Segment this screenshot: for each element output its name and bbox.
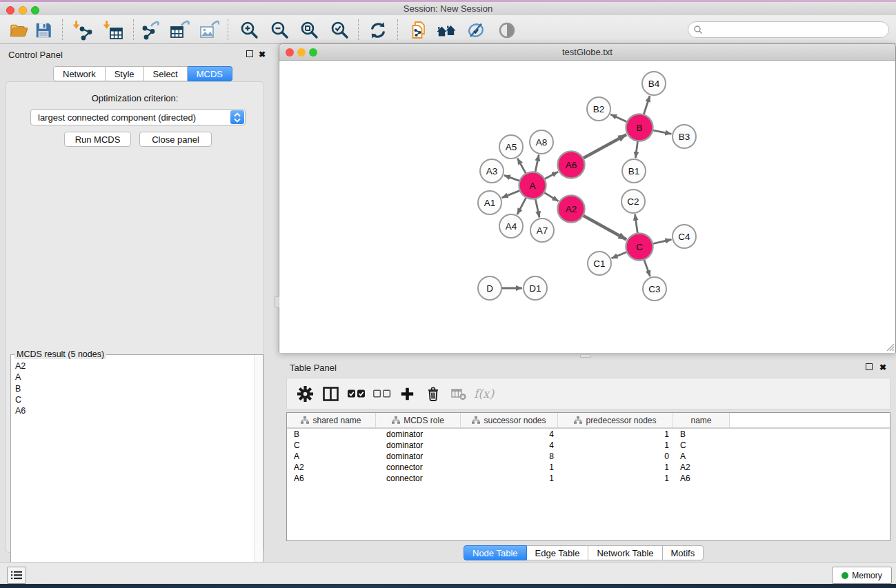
unchecked-boxes-icon xyxy=(373,389,391,398)
horizontal-splitter-handle[interactable] xyxy=(580,354,591,358)
table-row[interactable]: Adominator80A xyxy=(287,451,890,462)
table-row[interactable]: Cdominator41C xyxy=(287,440,890,451)
memory-label: Memory xyxy=(852,571,882,580)
open-file-button[interactable] xyxy=(7,19,30,42)
memory-button[interactable]: Memory xyxy=(832,567,892,584)
checked-boxes-icon xyxy=(348,389,366,398)
table-cell: 1 xyxy=(558,474,673,483)
float-panel-icon[interactable] xyxy=(246,50,253,57)
zoom-in-button[interactable] xyxy=(237,19,261,42)
export-image-button[interactable] xyxy=(197,19,221,42)
refresh-layout-button[interactable] xyxy=(366,19,390,42)
trash-icon xyxy=(425,385,441,403)
node-table: shared name MCDS role successor nodes pr… xyxy=(286,412,890,541)
zoom-fit-button[interactable] xyxy=(297,19,321,42)
deselect-all-rows-button[interactable] xyxy=(369,382,395,405)
node-label-A7: A7 xyxy=(537,225,548,236)
result-scrollbar[interactable] xyxy=(254,355,263,586)
result-item[interactable]: A6 xyxy=(12,405,253,416)
vertical-splitter-handle[interactable] xyxy=(275,296,279,307)
table-cell: dominator xyxy=(376,452,461,461)
table-cell: B xyxy=(287,429,376,439)
table-row[interactable]: Bdominator41B xyxy=(287,429,890,440)
close-panel-icon[interactable]: ✖ xyxy=(259,50,266,59)
app-titlebar: Session: New Session xyxy=(0,2,896,15)
column-header-shared-name[interactable]: shared name xyxy=(287,413,376,427)
export-network-button[interactable] xyxy=(139,19,162,42)
dropdown-value: largest connected component (directed) xyxy=(31,112,230,123)
search-input[interactable] xyxy=(703,23,888,36)
network-canvas[interactable]: AA1A2A3A4A5A6A7A8BB1B2B3B4CC1C2C3C4DD1 xyxy=(279,61,895,353)
delete-table-button xyxy=(446,382,471,405)
result-item[interactable]: A xyxy=(12,372,253,383)
table-cell: 8 xyxy=(461,452,558,461)
table-cell: A xyxy=(673,452,730,461)
close-panel-button[interactable]: Close panel xyxy=(139,132,212,147)
node-label-C: C xyxy=(636,242,643,252)
dropdown-stepper-icon xyxy=(230,110,244,124)
home-view-button[interactable] xyxy=(435,19,458,42)
table-settings-button[interactable] xyxy=(292,382,318,405)
task-history-button[interactable] xyxy=(7,567,26,584)
toggle-graphics-button[interactable] xyxy=(464,19,488,42)
show-columns-button[interactable] xyxy=(318,382,344,405)
create-column-button[interactable] xyxy=(395,382,420,405)
duplicate-network-button[interactable] xyxy=(407,19,430,42)
table-cell: C xyxy=(287,440,376,450)
tab-network-table[interactable]: Network Table xyxy=(588,545,662,560)
zoom-selected-button[interactable] xyxy=(328,19,351,42)
table-row[interactable]: A6connector11A6 xyxy=(287,473,890,484)
node-label-B1: B1 xyxy=(628,166,640,176)
save-session-button[interactable] xyxy=(32,19,55,42)
mcds-result-title: MCDS result (5 nodes) xyxy=(14,349,106,359)
eye-icon xyxy=(497,20,517,41)
float-table-panel-icon[interactable] xyxy=(866,363,873,370)
tab-motifs[interactable]: Motifs xyxy=(663,545,704,560)
eye-button[interactable] xyxy=(495,19,519,42)
column-header-mcds-role[interactable]: MCDS role xyxy=(376,413,461,427)
zoom-selected-icon xyxy=(329,20,350,41)
select-all-rows-button[interactable] xyxy=(344,382,369,405)
import-network-icon xyxy=(72,20,93,41)
export-table-button[interactable] xyxy=(168,19,191,42)
result-item[interactable]: C xyxy=(12,394,253,405)
main-toolbar xyxy=(0,15,896,44)
table-cell: 1 xyxy=(461,474,558,483)
tab-mcds[interactable]: MCDS xyxy=(188,66,232,81)
node-label-A3: A3 xyxy=(486,166,498,176)
tab-node-table[interactable]: Node Table xyxy=(464,545,527,560)
table-cell: 1 xyxy=(558,429,673,439)
tab-edge-table[interactable]: Edge Table xyxy=(527,545,589,560)
run-mcds-button[interactable]: Run MCDS xyxy=(64,132,131,147)
tab-network[interactable]: Network xyxy=(53,66,106,81)
node-label-A6: A6 xyxy=(566,160,577,170)
column-header-predecessor-nodes[interactable]: predecessor nodes xyxy=(558,413,673,427)
toolbar-separator xyxy=(358,19,359,40)
column-header-successor-nodes[interactable]: successor nodes xyxy=(461,413,558,427)
result-item[interactable]: B xyxy=(12,383,253,394)
zoom-out-button[interactable] xyxy=(268,19,291,42)
table-cell: A6 xyxy=(287,474,376,483)
window-resize-grip[interactable] xyxy=(885,342,895,352)
column-header-name[interactable]: name xyxy=(673,413,730,427)
optimization-dropdown[interactable]: largest connected component (directed) xyxy=(30,109,246,125)
control-panel-tabs: Network Style Select MCDS xyxy=(53,66,232,81)
toolbar-separator xyxy=(133,19,134,40)
list-icon xyxy=(11,571,22,580)
node-label-A4: A4 xyxy=(506,221,517,232)
close-table-panel-icon[interactable]: ✖ xyxy=(879,363,886,372)
table-cell: A xyxy=(287,452,376,461)
table-cell: C xyxy=(673,440,730,450)
result-item[interactable]: A2 xyxy=(12,361,253,372)
import-network-button[interactable] xyxy=(71,19,94,42)
import-table-button[interactable] xyxy=(101,19,125,42)
control-panel-title: Control Panel xyxy=(8,50,63,60)
network-window-titlebar[interactable]: testGlobe.txt xyxy=(279,44,895,61)
tab-style[interactable]: Style xyxy=(106,66,144,81)
tab-select[interactable]: Select xyxy=(144,66,188,81)
mcds-panel: Optimization criterion: largest connecte… xyxy=(6,81,264,553)
delete-column-button[interactable] xyxy=(420,382,446,405)
table-cell: 1 xyxy=(558,440,673,450)
table-row[interactable]: A2connector11A2 xyxy=(287,462,890,473)
export-network-icon xyxy=(140,20,161,41)
